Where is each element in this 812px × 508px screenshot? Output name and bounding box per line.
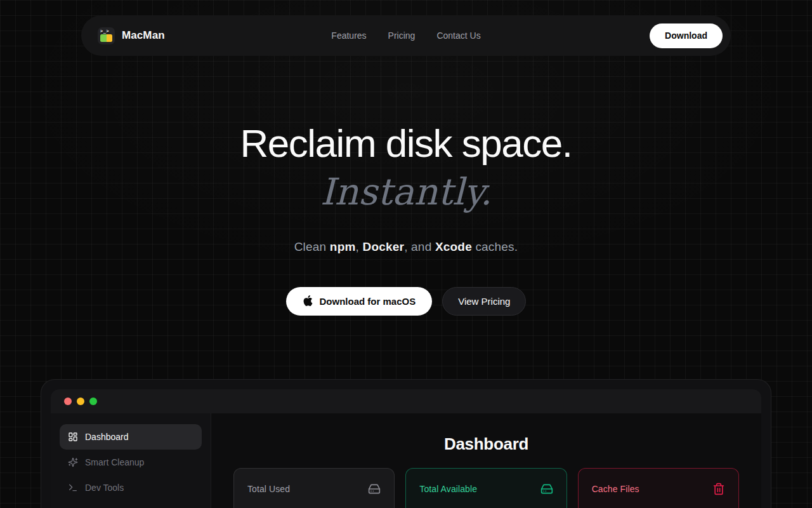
hero-title-line2: Instantly. <box>0 168 812 216</box>
view-pricing-button[interactable]: View Pricing <box>442 287 526 316</box>
card-label: Cache Files <box>592 484 639 494</box>
nav-link-pricing[interactable]: Pricing <box>388 30 416 41</box>
sidebar-item-dashboard[interactable]: Dashboard <box>60 424 202 450</box>
brand-name: MacMan <box>122 29 165 42</box>
card-total-available: Total Available <box>405 468 566 508</box>
sidebar-item-dev-tools[interactable]: Dev Tools <box>60 475 202 500</box>
window-body: Dashboard Smart Cleanup Dev Tools Packag… <box>51 413 761 508</box>
macman-logo-icon: >_> <box>98 27 115 44</box>
dashboard-title: Dashboard <box>233 434 739 453</box>
hero-title-line1: Reclaim disk space. <box>0 122 812 165</box>
traffic-light-close[interactable] <box>64 398 72 405</box>
apple-icon <box>303 295 313 306</box>
traffic-light-zoom[interactable] <box>89 398 97 405</box>
trash-icon <box>712 483 725 495</box>
hero-subtitle: Clean npm, Docker, and Xcode caches. <box>0 240 812 254</box>
window-titlebar <box>51 389 761 413</box>
download-macos-button[interactable]: Download for macOS <box>286 287 433 316</box>
subtitle-xcode: Xcode <box>435 240 472 253</box>
download-button[interactable]: Download <box>650 23 723 48</box>
sidebar-item-label: Smart Cleanup <box>85 457 144 467</box>
sparkles-icon <box>68 457 78 467</box>
subtitle-sep2: , and <box>404 240 435 253</box>
navbar: >_> MacMan Features Pricing Contact Us D… <box>81 15 731 56</box>
stat-cards: Total Used Total Available Cache Files <box>233 468 739 508</box>
nav-link-features[interactable]: Features <box>331 30 366 41</box>
logo-bar-yellow <box>107 34 113 42</box>
layout-dashboard-icon <box>68 432 78 442</box>
app-sidebar: Dashboard Smart Cleanup Dev Tools Packag… <box>51 413 211 508</box>
app-window: Dashboard Smart Cleanup Dev Tools Packag… <box>51 389 761 508</box>
hard-drive-icon <box>540 483 553 495</box>
terminal-icon <box>68 483 78 493</box>
app-window-frame: Dashboard Smart Cleanup Dev Tools Packag… <box>41 379 771 508</box>
subtitle-sep1: , <box>356 240 363 253</box>
nav-link-contact[interactable]: Contact Us <box>436 30 480 41</box>
nav-links: Features Pricing Contact Us <box>331 30 480 41</box>
subtitle-suffix: caches. <box>472 240 518 253</box>
sidebar-item-package-manager[interactable]: Package Manager <box>60 500 202 508</box>
logo-color-bar <box>100 34 112 42</box>
brand[interactable]: >_> MacMan <box>98 27 165 44</box>
subtitle-prefix: Clean <box>294 240 330 253</box>
card-total-used: Total Used <box>233 468 395 508</box>
app-main: Dashboard Total Used Total Available <box>211 413 761 508</box>
subtitle-docker: Docker <box>363 240 405 253</box>
cta-row: Download for macOS View Pricing <box>0 287 812 316</box>
download-macos-label: Download for macOS <box>320 296 416 307</box>
subtitle-npm: npm <box>330 240 356 253</box>
logo-bar-green <box>100 34 107 42</box>
card-label: Total Available <box>419 484 477 494</box>
logo-terminal-prompt: >_> <box>100 29 109 34</box>
card-label: Total Used <box>247 484 290 494</box>
card-cache-files: Cache Files <box>578 468 739 508</box>
sidebar-item-label: Dashboard <box>85 432 129 442</box>
traffic-light-minimize[interactable] <box>77 398 84 405</box>
sidebar-item-label: Dev Tools <box>85 483 124 493</box>
hard-drive-icon <box>368 483 381 495</box>
sidebar-item-smart-cleanup[interactable]: Smart Cleanup <box>60 450 202 475</box>
